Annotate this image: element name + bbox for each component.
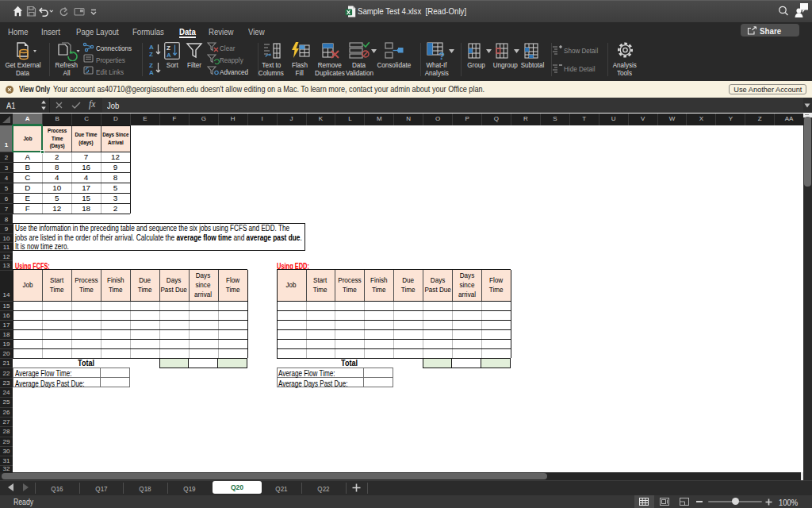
svg-text:?: ? (439, 50, 445, 60)
svg-text:Z: Z (149, 51, 153, 58)
svg-text:A: A (149, 44, 154, 51)
svg-text:A: A (167, 52, 171, 59)
svg-text:Z: Z (167, 44, 170, 52)
svg-text:A: A (149, 69, 154, 76)
